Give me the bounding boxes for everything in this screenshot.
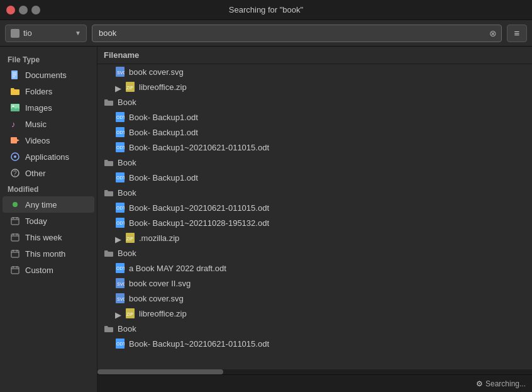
chevron-down-icon: ▼ — [75, 30, 81, 36]
gear-icon: ⚙ — [476, 379, 483, 388]
list-item[interactable]: ODT Book- Backup1~20210621-011015.odt — [97, 140, 532, 155]
status-text: Searching... — [485, 379, 526, 388]
list-item[interactable]: SVG book cover II.svg — [97, 276, 532, 291]
list-item[interactable]: ODT a Book MAY 2022 draft.odt — [97, 260, 532, 276]
folder-icon — [104, 157, 114, 167]
file-name: Book- Backup1~20210621-011015.odt — [129, 143, 269, 152]
close-button[interactable] — [6, 6, 15, 14]
toolbar: tio ▼ ⊗ ≡ — [0, 20, 532, 47]
svg-text:SVG: SVG — [117, 282, 125, 286]
sidebar-images-label: Images — [25, 103, 52, 113]
list-item[interactable]: ODT Book- Backup1~20210621-011015.odt — [97, 200, 532, 215]
svg-rect-17 — [11, 234, 19, 241]
sidebar-item-music[interactable]: ♪ Music — [3, 116, 94, 132]
location-dropdown[interactable]: tio ▼ — [5, 25, 87, 42]
music-icon: ♪ — [10, 119, 20, 129]
minimize-button[interactable] — [19, 6, 28, 14]
sidebar-other-label: Other — [25, 169, 46, 178]
list-item[interactable]: ▶ ZIP libreoffice.zip — [97, 306, 532, 321]
sidebar-item-anytime[interactable]: Any time — [3, 196, 94, 213]
document-icon — [10, 70, 20, 80]
list-item[interactable]: ODT Book- Backup1.odt — [97, 125, 532, 140]
svg-text:ODT: ODT — [116, 206, 125, 210]
svg-file-icon: SVG — [115, 67, 125, 77]
thismonth-icon — [10, 249, 20, 259]
odt-file-icon: ODT — [115, 263, 125, 273]
sidebar-item-folders[interactable]: Folders — [3, 83, 94, 99]
svg-file-icon: SVG — [115, 278, 125, 288]
svg-text:ODT: ODT — [116, 130, 125, 135]
maximize-button[interactable] — [31, 6, 40, 14]
folder-icon — [104, 248, 114, 258]
folder-row[interactable]: Book — [97, 321, 532, 336]
chevron-right-icon: ▶ — [115, 310, 121, 316]
folder-icon — [104, 97, 114, 107]
svg-rect-13 — [11, 218, 19, 225]
list-item[interactable]: ▶ ZIP libreoffice.zip — [97, 79, 532, 94]
list-item[interactable]: ▶ ZIP .mozilla.zip — [97, 230, 532, 245]
sidebar-item-thismonth[interactable]: This month — [3, 245, 94, 262]
sidebar-item-other[interactable]: ? Other — [3, 165, 94, 181]
sidebar-item-documents[interactable]: Documents — [3, 67, 94, 83]
sidebar-applications-label: Applications — [25, 152, 69, 162]
thisweek-icon — [10, 232, 20, 242]
svg-rect-21 — [11, 250, 19, 257]
sidebar-item-thisweek[interactable]: This week — [3, 229, 94, 245]
folder-icon — [10, 86, 20, 96]
menu-button[interactable]: ≡ — [507, 25, 527, 42]
anytime-active-icon — [10, 199, 20, 210]
sidebar-item-videos[interactable]: Videos — [3, 132, 94, 148]
list-item[interactable]: ODT Book- Backup1.odt — [97, 109, 532, 125]
file-name: book cover.svg — [129, 294, 184, 303]
zip-file-icon: ZIP — [125, 82, 135, 92]
odt-file-icon: ODT — [115, 172, 125, 182]
clear-icon[interactable]: ⊗ — [489, 28, 497, 38]
file-type-section-title: File Type — [0, 52, 97, 67]
scrollbar-thumb[interactable] — [97, 369, 223, 374]
sidebar-thismonth-label: This month — [25, 249, 65, 259]
svg-text:ODT: ODT — [116, 266, 125, 271]
folder-row[interactable]: Book — [97, 185, 532, 200]
odt-file-icon: ODT — [115, 112, 125, 122]
folder-row[interactable]: Book — [97, 155, 532, 170]
list-item[interactable]: ODT Book- Backup1.odt — [97, 170, 532, 185]
file-name: Book- Backup1.odt — [129, 128, 198, 137]
search-input[interactable] — [92, 25, 502, 42]
svg-point-10 — [14, 155, 16, 158]
list-item[interactable]: SVG book cover.svg — [97, 291, 532, 306]
file-name: Book — [118, 324, 136, 333]
main-area: File Type Documents Folders Images ♪ Mus… — [0, 47, 532, 392]
other-icon: ? — [10, 168, 20, 178]
file-list[interactable]: SVG book cover.svg ▶ ZIP libreoffice.zip… — [97, 64, 532, 392]
sidebar-item-custom[interactable]: Custom — [3, 262, 94, 278]
svg-text:ODT: ODT — [116, 342, 125, 346]
sidebar-item-images[interactable]: Images — [3, 99, 94, 116]
svg-text:ODT: ODT — [116, 145, 125, 150]
list-item[interactable]: ODT Book- Backup1~20210621-011015.odt — [97, 336, 532, 351]
sidebar-item-today[interactable]: Today — [3, 213, 94, 229]
image-icon — [10, 103, 20, 113]
sidebar-documents-label: Documents — [25, 70, 67, 80]
svg-rect-25 — [11, 267, 19, 274]
list-item[interactable]: ODT Book- Backup1~20211028-195132.odt — [97, 215, 532, 230]
sidebar-anytime-label: Any time — [25, 200, 57, 210]
horizontal-scrollbar[interactable] — [97, 369, 532, 374]
folder-row[interactable]: Book — [97, 94, 532, 109]
folder-row[interactable]: Book — [97, 245, 532, 260]
file-name: Book — [118, 158, 136, 167]
odt-file-icon: ODT — [115, 339, 125, 349]
location-icon — [11, 29, 19, 38]
file-name: libreoffice.zip — [139, 309, 187, 318]
file-name: Book- Backup1~20210621-011015.odt — [129, 203, 269, 213]
hamburger-icon: ≡ — [514, 28, 520, 38]
sidebar-custom-label: Custom — [25, 266, 53, 275]
location-label: tio — [23, 28, 32, 38]
file-name: book cover II.svg — [129, 279, 191, 288]
sidebar-item-applications[interactable]: Applications — [3, 148, 94, 165]
file-name: Book- Backup1.odt — [129, 173, 198, 182]
list-item[interactable]: SVG book cover.svg — [97, 64, 532, 79]
svg-file-icon: SVG — [115, 293, 125, 303]
svg-text:♪: ♪ — [11, 120, 16, 129]
file-name: Book — [118, 188, 136, 198]
svg-text:ODT: ODT — [116, 115, 125, 120]
